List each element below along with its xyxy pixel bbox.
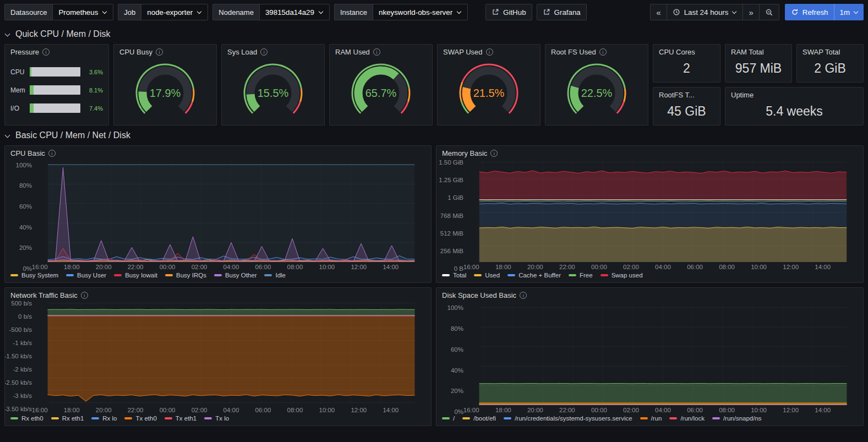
info-icon[interactable] bbox=[42, 48, 50, 56]
x-tick-label: 16:00 bbox=[32, 407, 48, 413]
legend-item[interactable]: Tx eth1 bbox=[165, 415, 196, 422]
time-shift-forward-button[interactable]: » bbox=[743, 4, 759, 20]
info-icon[interactable] bbox=[156, 48, 163, 56]
info-icon[interactable] bbox=[48, 150, 56, 157]
y-tick-label: -1.50 kb/s bbox=[4, 353, 32, 359]
legend-item[interactable]: Busy IRQs bbox=[165, 272, 206, 279]
pressure-row-label: CPU bbox=[10, 68, 26, 76]
info-icon[interactable] bbox=[490, 150, 498, 157]
info-icon[interactable] bbox=[599, 48, 607, 56]
double-chevron-right-icon: » bbox=[749, 8, 753, 17]
legend-swatch-icon bbox=[10, 417, 18, 419]
x-axis-labels: 16:0018:0020:0022:0000:0002:0004:0006:00… bbox=[467, 262, 859, 271]
legend-item[interactable]: Free bbox=[569, 272, 593, 279]
legend-item[interactable]: /run/snapd/ns bbox=[712, 415, 762, 422]
legend-item[interactable]: Busy Other bbox=[214, 272, 257, 279]
time-shift-back-button[interactable]: « bbox=[650, 4, 667, 20]
var-datasource-select[interactable]: Prometheus bbox=[52, 4, 113, 20]
legend-item[interactable]: Busy Iowait bbox=[114, 272, 157, 279]
legend-item[interactable]: Busy User bbox=[66, 272, 106, 279]
info-icon[interactable] bbox=[520, 292, 527, 299]
x-tick-label: 18:00 bbox=[64, 407, 80, 413]
legend-item[interactable]: Total bbox=[442, 272, 466, 279]
panel-header[interactable]: Pressure bbox=[5, 45, 108, 57]
grafana-link-button[interactable]: Grafana bbox=[537, 4, 587, 20]
legend-item[interactable]: Tx eth0 bbox=[124, 415, 156, 422]
var-job-value: node-exporter bbox=[147, 8, 193, 17]
legend-swatch-icon bbox=[264, 274, 272, 276]
svg-text:21.5%: 21.5% bbox=[473, 87, 505, 99]
panel-header[interactable]: Disk Space Used Basic bbox=[436, 288, 863, 301]
legend-item[interactable]: /boot/efi bbox=[462, 415, 496, 422]
gauge: 17.9% bbox=[114, 57, 216, 125]
panel-header[interactable]: Uptime bbox=[725, 88, 863, 100]
plot-area[interactable] bbox=[36, 303, 427, 405]
external-link-icon bbox=[492, 8, 499, 16]
legend-swatch-icon bbox=[214, 274, 222, 276]
zoom-out-button[interactable] bbox=[759, 4, 779, 20]
pressure-bar-gauge bbox=[30, 85, 80, 95]
panel-header[interactable]: RAM Total bbox=[725, 45, 791, 57]
plot-area[interactable] bbox=[467, 161, 859, 262]
panel-header[interactable]: CPU Busy bbox=[114, 45, 216, 57]
legend-item[interactable]: Idle bbox=[264, 272, 286, 279]
legend-item[interactable]: /run/credentials/systemd-sysusers.servic… bbox=[504, 415, 632, 422]
var-instance-select[interactable]: nkeysworld-obs-server bbox=[373, 4, 468, 20]
panel-header[interactable]: Network Traffic Basic bbox=[5, 288, 431, 301]
legend-swatch-icon bbox=[442, 417, 450, 419]
panel-network-traffic-basic: Network Traffic Basic 500 b/s0 b/s-500 b… bbox=[4, 287, 432, 426]
panel-header[interactable]: Sys Load bbox=[222, 45, 324, 57]
legend-item[interactable]: /run bbox=[640, 415, 662, 422]
legend-item[interactable]: Rx lo bbox=[91, 415, 117, 422]
x-tick-label: 14:00 bbox=[383, 407, 398, 413]
info-icon[interactable] bbox=[260, 48, 268, 56]
refresh-interval-select[interactable]: 1m bbox=[834, 4, 864, 20]
plot-area[interactable] bbox=[36, 161, 427, 262]
section-basic-cpu-mem-net-disk[interactable]: Basic CPU / Mem / Net / Disk bbox=[4, 125, 864, 145]
panel-header[interactable]: RootFS T... bbox=[653, 88, 720, 100]
x-tick-label: 20:00 bbox=[96, 264, 112, 270]
var-job-select[interactable]: node-exporter bbox=[141, 4, 208, 20]
info-icon[interactable] bbox=[486, 48, 493, 56]
panel-header[interactable]: SWAP Total bbox=[797, 45, 863, 57]
x-tick-label: 08:00 bbox=[287, 407, 303, 413]
x-tick-label: 08:00 bbox=[719, 264, 735, 270]
svg-text:22.5%: 22.5% bbox=[581, 87, 613, 99]
section-quick-cpu-mem-disk[interactable]: Quick CPU / Mem / Disk bbox=[4, 24, 864, 44]
x-tick-label: 08:00 bbox=[287, 264, 303, 270]
section-title: Basic CPU / Mem / Net / Disk bbox=[15, 130, 130, 140]
var-nodename-select[interactable]: 39815da14a29 bbox=[259, 4, 330, 20]
info-icon[interactable] bbox=[373, 48, 380, 56]
panel-header[interactable]: CPU Cores bbox=[653, 45, 720, 57]
dashboard-toolbar: Datasource Prometheus Job node-exporter … bbox=[0, 0, 868, 24]
legend-item[interactable]: Swap used bbox=[600, 272, 643, 279]
legend-item[interactable]: Tx lo bbox=[204, 415, 229, 422]
y-tick-label: 100% bbox=[16, 162, 32, 168]
chevron-down-icon bbox=[4, 133, 10, 139]
legend-item[interactable]: / bbox=[442, 415, 455, 422]
legend-item[interactable]: Rx eth1 bbox=[51, 415, 84, 422]
github-link-button[interactable]: GitHub bbox=[485, 4, 532, 20]
legend-item[interactable]: Busy System bbox=[10, 272, 58, 279]
plot-area[interactable] bbox=[467, 303, 859, 405]
refresh-button[interactable]: Refresh bbox=[785, 4, 834, 20]
chevron-down-icon bbox=[732, 10, 737, 15]
panel-header[interactable]: RAM Used bbox=[330, 45, 432, 57]
panel-header[interactable]: Root FS Used bbox=[545, 45, 648, 57]
legend-item[interactable]: Rx eth0 bbox=[10, 415, 43, 422]
legend-swatch-icon bbox=[165, 274, 173, 276]
panel-title: Pressure bbox=[10, 48, 39, 56]
x-tick-label: 16:00 bbox=[32, 264, 48, 270]
panel-cpu-basic: CPU Basic 0%20%40%60%80%100% 16:0018:002… bbox=[4, 145, 432, 283]
legend-item[interactable]: Cache + Buffer bbox=[507, 272, 561, 279]
pressure-bar-fill bbox=[30, 67, 31, 77]
panel-header[interactable]: SWAP Used bbox=[438, 45, 540, 57]
time-range-picker[interactable]: Last 24 hours bbox=[667, 4, 744, 20]
panel-header[interactable]: Memory Basic bbox=[436, 146, 863, 159]
x-tick-label: 22:00 bbox=[559, 264, 575, 270]
panel-header[interactable]: CPU Basic bbox=[5, 146, 431, 159]
info-icon[interactable] bbox=[81, 292, 88, 299]
grafana-dashboard: Datasource Prometheus Job node-exporter … bbox=[0, 0, 868, 430]
legend-item[interactable]: /run/lock bbox=[669, 415, 704, 422]
legend-item[interactable]: Used bbox=[474, 272, 500, 279]
